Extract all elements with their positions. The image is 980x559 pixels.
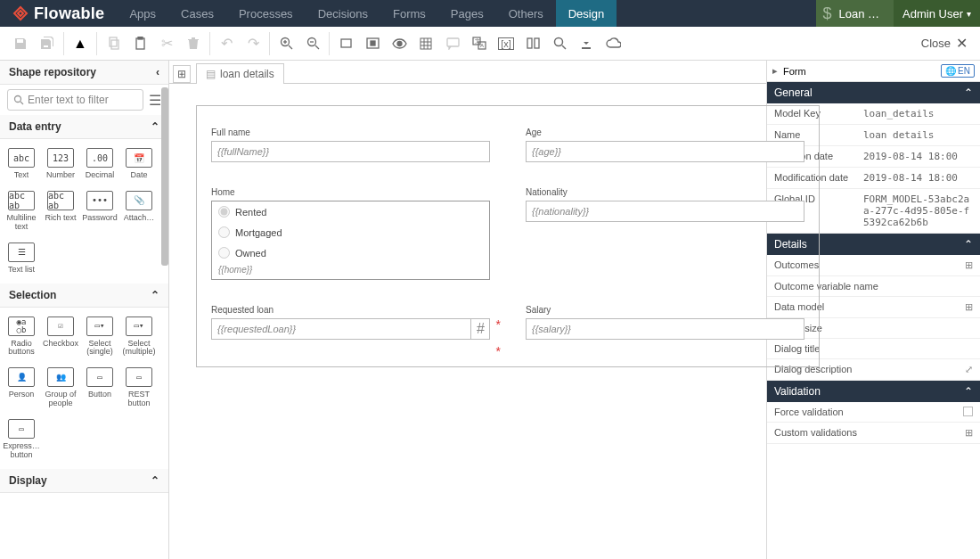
fit-icon[interactable] (359, 30, 386, 57)
cloud-icon[interactable] (600, 30, 626, 57)
prop-row[interactable]: Force validation (767, 402, 980, 423)
field-label: Nationality (526, 187, 804, 197)
shape-number[interactable]: 123Number (41, 143, 80, 185)
paste-icon[interactable] (127, 30, 153, 57)
shape-select-multiple-[interactable]: ▭▾Select (multiple) (119, 311, 159, 363)
breadcrumb[interactable]: $ Loan … (816, 0, 894, 27)
nav-cases[interactable]: Cases (168, 0, 226, 27)
shape-rich-text[interactable]: abc abRich text (41, 185, 80, 237)
age-field[interactable]: {{age}} (526, 141, 804, 162)
grid-icon[interactable] (412, 30, 439, 57)
form-tab[interactable]: Form (783, 66, 806, 77)
download-icon[interactable] (573, 30, 600, 57)
search-icon[interactable] (546, 30, 573, 57)
svg-line-9 (315, 45, 319, 49)
shape-text[interactable]: abcText (2, 143, 41, 185)
top-nav: AppsCasesProcessesDecisionsFormsPagesOth… (117, 0, 617, 27)
shape-radio-buttons[interactable]: ◉a ○bRadio buttons (2, 311, 41, 363)
grid-icon[interactable]: ⊞ (965, 427, 973, 439)
nav-pages[interactable]: Pages (438, 0, 496, 27)
shape-text-list[interactable]: ☰Text list (2, 237, 41, 280)
form-canvas[interactable]: Full name {{fullName}} Age {{age}} Home … (196, 105, 820, 367)
general-section[interactable]: General ⌃ (767, 82, 980, 103)
chevron-up-icon: ⌃ (151, 289, 159, 301)
dollar-icon: $ (823, 4, 832, 23)
nav-others[interactable]: Others (496, 0, 556, 27)
checkbox[interactable] (963, 407, 973, 416)
preview-icon[interactable] (386, 30, 412, 57)
zoom-in-icon[interactable] (273, 30, 299, 57)
shape-select-single-[interactable]: ▭▾Select (single) (80, 311, 119, 363)
salary-field[interactable]: {{salary}} (526, 318, 804, 340)
tab-loan-details[interactable]: ▤ loan details (196, 63, 284, 84)
radio-option[interactable]: Rented (212, 201, 489, 222)
filter-input[interactable]: Enter text to filter (7, 89, 143, 111)
radio-option[interactable]: Mortgaged (212, 222, 489, 243)
shape-repository-header[interactable]: Shape repository ‹ (0, 61, 168, 85)
nationality-field[interactable]: {{nationality}} (526, 201, 804, 222)
prop-row[interactable]: Custom validations⊞ (767, 423, 980, 444)
shape-person[interactable]: 👤Person (2, 362, 41, 414)
zoom-out-icon[interactable] (299, 30, 326, 57)
grid-icon[interactable]: ⊞ (965, 301, 973, 313)
svg-point-14 (397, 41, 402, 45)
grid-icon[interactable]: ⊞ (965, 259, 973, 271)
nav-forms[interactable]: Forms (380, 0, 438, 27)
cut-icon[interactable]: ✂ (153, 30, 180, 57)
svg-line-30 (20, 102, 23, 104)
add-tab-button[interactable]: ⊞ (173, 65, 191, 83)
globe-icon: 🌐 (945, 66, 956, 76)
compare-icon[interactable] (519, 30, 546, 57)
delete-icon[interactable] (180, 30, 207, 57)
nav-decisions[interactable]: Decisions (306, 0, 380, 27)
shape-express-button[interactable]: ▭Express… button (2, 414, 41, 465)
shape-group-of-people[interactable]: 👥Group of people (41, 362, 80, 414)
copy-icon[interactable] (100, 30, 127, 57)
chevron-up-icon: ⌃ (964, 238, 973, 251)
nav-design[interactable]: Design (556, 0, 617, 27)
redo-icon[interactable]: ↷ (240, 30, 266, 57)
nav-processes[interactable]: Processes (226, 0, 306, 27)
nav-apps[interactable]: Apps (117, 0, 168, 27)
save-icon[interactable] (7, 30, 34, 57)
scrollbar[interactable] (161, 87, 168, 266)
shape-password[interactable]: •••Password (80, 185, 119, 237)
field-label: Home (211, 187, 490, 197)
number-format-icon[interactable]: # (470, 318, 490, 340)
shape-attach…[interactable]: 📎Attach… (119, 185, 159, 237)
shape-rest-button[interactable]: ▭REST button (119, 362, 159, 414)
variable-icon[interactable]: [x] (493, 30, 519, 57)
chevron-up-icon: ⌃ (964, 385, 973, 398)
frame-icon[interactable] (332, 30, 359, 57)
shape-decimal[interactable]: .00Decimal (80, 143, 119, 185)
radio-option[interactable]: Owned (212, 243, 489, 263)
required-marker: * (496, 344, 501, 358)
expand-right-icon[interactable]: ▸ (772, 65, 778, 77)
expand-icon[interactable]: ⤢ (965, 364, 973, 375)
full-name-field[interactable]: {{fullName}} (211, 141, 490, 162)
shape-checkbox[interactable]: ☑Checkbox (41, 311, 80, 363)
svg-line-28 (562, 45, 566, 49)
shape-multiline-text[interactable]: abc abMultiline text (2, 185, 41, 237)
close-icon: ✕ (956, 35, 968, 52)
selection-section[interactable]: Selection ⌃ (0, 284, 168, 308)
save-all-icon[interactable] (34, 30, 61, 57)
field-label: Salary (526, 305, 804, 315)
home-radio-group[interactable]: Rented Mortgaged Owned{{home}} (211, 201, 490, 280)
display-section[interactable]: Display ⌃ (0, 469, 168, 493)
translate-icon[interactable]: 文A (466, 30, 493, 57)
shape-date[interactable]: 📅Date (119, 143, 159, 185)
undo-icon[interactable]: ↶ (213, 30, 240, 57)
validate-icon[interactable]: ▲ (67, 30, 94, 57)
close-button[interactable]: Close ✕ (921, 35, 973, 52)
data-entry-section[interactable]: Data entry ⌃ (0, 115, 168, 139)
validation-section[interactable]: Validation ⌃ (767, 381, 980, 402)
list-view-icon[interactable]: ☰ (149, 92, 161, 109)
language-selector[interactable]: 🌐 EN (941, 64, 975, 78)
collapse-left-icon[interactable]: ‹ (156, 66, 159, 78)
requested-loan-field[interactable]: {{requestedLoan}} (211, 318, 490, 340)
comment-icon[interactable] (439, 30, 466, 57)
chevron-up-icon: ⌃ (151, 474, 159, 487)
user-menu[interactable]: Admin User ▾ (894, 0, 980, 27)
shape-button[interactable]: ▭Button (80, 362, 119, 414)
